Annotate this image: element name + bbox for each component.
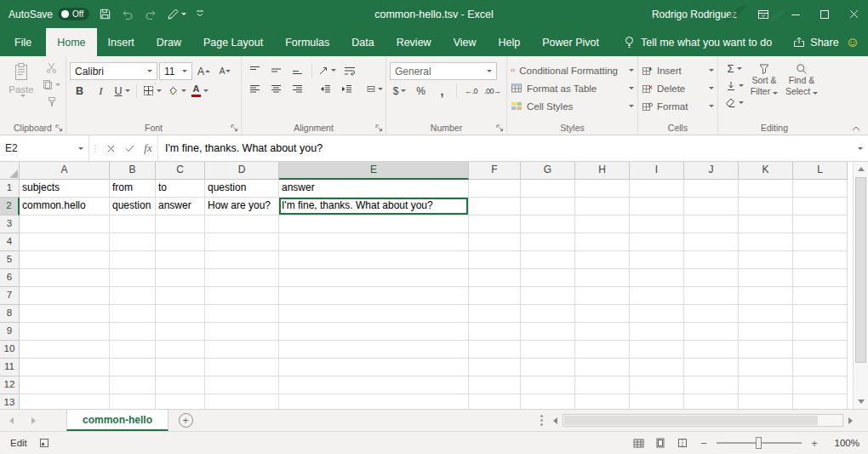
previous-sheet-button[interactable] — [0, 410, 22, 431]
ribbon-tab-data[interactable]: Data — [340, 28, 385, 56]
cell-B5[interactable] — [110, 251, 156, 269]
cell-B10[interactable] — [110, 341, 156, 359]
row-header-9[interactable]: 9 — [0, 323, 20, 341]
row-header-4[interactable]: 4 — [0, 233, 20, 251]
cell-K1[interactable] — [739, 180, 793, 198]
cell-F7[interactable] — [469, 287, 521, 305]
cell-D1[interactable]: question — [205, 180, 279, 198]
redo-button[interactable] — [144, 9, 157, 20]
cell-L5[interactable] — [793, 251, 848, 269]
cell-L3[interactable] — [793, 216, 848, 233]
alignment-dialog-launcher[interactable] — [375, 124, 383, 132]
cell-D13[interactable] — [205, 394, 279, 409]
fill-color-button[interactable] — [165, 83, 188, 99]
cell-L8[interactable] — [793, 305, 848, 323]
cell-A9[interactable] — [20, 323, 110, 341]
cell-A11[interactable] — [20, 359, 110, 376]
cell-L12[interactable] — [793, 376, 848, 394]
grow-font-button[interactable]: A — [194, 63, 214, 79]
cell-K12[interactable] — [739, 376, 793, 394]
ribbon-tab-file[interactable]: File — [0, 28, 46, 56]
cell-D7[interactable] — [205, 287, 279, 305]
cell-G8[interactable] — [521, 305, 575, 323]
cell-E2[interactable]: I'm fine, thanks. What about you? — [279, 198, 469, 216]
cell-F10[interactable] — [469, 341, 521, 359]
cell-K11[interactable] — [739, 359, 793, 376]
cell-E7[interactable] — [279, 287, 469, 305]
cell-F13[interactable] — [469, 394, 521, 409]
cell-D8[interactable] — [205, 305, 279, 323]
horizontal-scrollbar[interactable] — [548, 410, 858, 431]
orientation-button[interactable] — [317, 62, 338, 78]
cell-I12[interactable] — [630, 376, 684, 394]
cell-B4[interactable] — [110, 233, 156, 251]
next-sheet-button[interactable] — [22, 410, 44, 431]
cell-F5[interactable] — [469, 251, 521, 269]
row-header-3[interactable]: 3 — [0, 216, 20, 233]
cell-F2[interactable] — [469, 198, 521, 216]
cell-A8[interactable] — [20, 305, 110, 323]
column-header-E[interactable]: E — [279, 162, 469, 180]
column-header-K[interactable]: K — [739, 162, 793, 180]
cell-D3[interactable] — [205, 216, 279, 233]
cell-C6[interactable] — [156, 269, 205, 287]
cell-A4[interactable] — [20, 233, 110, 251]
row-header-13[interactable]: 13 — [0, 394, 20, 409]
cell-A12[interactable] — [20, 376, 110, 394]
cell-K9[interactable] — [739, 323, 793, 341]
vertical-scrollbar[interactable] — [853, 162, 868, 409]
horizontal-scroll-thumb[interactable] — [564, 416, 818, 425]
cell-G11[interactable] — [521, 359, 575, 376]
cell-E3[interactable] — [279, 216, 469, 233]
cell-B3[interactable] — [110, 216, 156, 233]
increase-indent-button[interactable] — [337, 81, 357, 97]
italic-button[interactable]: I — [91, 83, 111, 99]
cell-E4[interactable] — [279, 233, 469, 251]
cell-F3[interactable] — [469, 216, 521, 233]
cell-H1[interactable] — [575, 180, 630, 198]
format-painter-button[interactable] — [41, 94, 62, 110]
cell-G1[interactable] — [521, 180, 575, 198]
cell-C2[interactable]: answer — [156, 198, 205, 216]
cell-D6[interactable] — [205, 269, 279, 287]
cell-J2[interactable] — [684, 198, 739, 216]
cell-A13[interactable] — [20, 394, 110, 409]
borders-button[interactable] — [141, 83, 163, 99]
cell-G13[interactable] — [521, 394, 575, 409]
cell-C7[interactable] — [156, 287, 205, 305]
cell-E11[interactable] — [279, 359, 469, 376]
cell-F12[interactable] — [469, 376, 521, 394]
scroll-left-button[interactable] — [548, 413, 562, 428]
column-header-D[interactable]: D — [205, 162, 279, 180]
cell-E13[interactable] — [279, 394, 469, 409]
cell-C13[interactable] — [156, 394, 205, 409]
clipboard-dialog-launcher[interactable] — [55, 124, 63, 132]
merge-center-button[interactable] — [365, 81, 385, 97]
ribbon-tab-review[interactable]: Review — [385, 28, 443, 56]
close-button[interactable] — [839, 0, 868, 28]
scroll-down-button[interactable] — [854, 394, 868, 409]
cell-F9[interactable] — [469, 323, 521, 341]
cell-L4[interactable] — [793, 233, 848, 251]
column-header-F[interactable]: F — [469, 162, 521, 180]
enter-button[interactable] — [120, 135, 139, 161]
cell-J9[interactable] — [684, 323, 739, 341]
decrease-decimal-button[interactable]: .00→ — [483, 83, 503, 99]
font-color-button[interactable]: A — [190, 83, 210, 99]
cell-B11[interactable] — [110, 359, 156, 376]
cell-J13[interactable] — [684, 394, 739, 409]
cell-D5[interactable] — [205, 251, 279, 269]
paste-button[interactable]: Paste — [3, 60, 39, 121]
cell-K4[interactable] — [739, 233, 793, 251]
cell-I9[interactable] — [630, 323, 684, 341]
cell-B8[interactable] — [110, 305, 156, 323]
touch-mouse-mode-button[interactable] — [167, 9, 186, 20]
ribbon-tab-page-layout[interactable]: Page Layout — [192, 28, 274, 56]
cell-E8[interactable] — [279, 305, 469, 323]
zoom-in-button[interactable]: + — [807, 437, 822, 450]
cell-H7[interactable] — [575, 287, 630, 305]
cell-H3[interactable] — [575, 216, 630, 233]
shrink-font-button[interactable]: A — [215, 63, 235, 79]
zoom-slider-thumb[interactable] — [756, 437, 762, 449]
number-format-combo[interactable]: General — [390, 62, 497, 80]
